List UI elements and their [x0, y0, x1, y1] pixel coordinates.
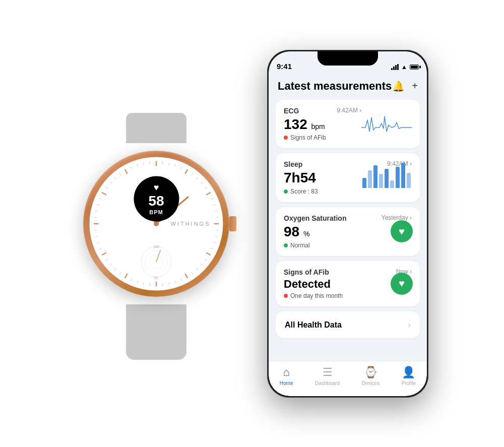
svg-line-27: [175, 280, 176, 283]
sleep-card[interactable]: Sleep 9:42AM › 7h54 Score : 83: [276, 153, 420, 202]
svg-line-34: [131, 278, 132, 281]
svg-line-54: [119, 173, 121, 175]
svg-line-23: [196, 268, 198, 270]
svg-line-57: [137, 164, 138, 167]
devices-nav-label: Devices: [362, 380, 380, 386]
svg-line-13: [215, 211, 218, 211]
ecg-label: ECG: [284, 107, 299, 115]
sleep-bar-9: [407, 173, 411, 188]
watch-band-top: [126, 113, 186, 143]
all-health-label: All Health Data: [285, 321, 342, 330]
spo2-card[interactable]: Oxygen Saturation Yesterday › 98 % Norma…: [276, 207, 420, 256]
sleep-bar-6: [390, 180, 394, 188]
svg-line-11: [211, 198, 213, 199]
profile-nav-label: Profile: [402, 380, 416, 386]
svg-line-20: [206, 252, 211, 255]
svg-line-53: [114, 177, 116, 179]
phone-notch: [318, 51, 378, 66]
afib-card-body: Signs of AFib Now › Detected One day thi…: [284, 268, 412, 299]
add-icon[interactable]: +: [412, 80, 418, 92]
svg-line-33: [137, 280, 138, 283]
svg-text:50: 50: [154, 276, 158, 279]
ecg-card[interactable]: ECG 9:42AM › 132 bpm Signs of AFib: [276, 100, 420, 149]
bell-icon[interactable]: 🔔: [392, 80, 405, 92]
watch-face: 100 50 ♥ 58 BPM: [90, 157, 223, 290]
sleep-bar-4: [379, 174, 383, 188]
svg-line-2: [169, 162, 169, 165]
spo2-status-dot: [284, 243, 288, 247]
ecg-status-dot: [284, 136, 288, 140]
svg-line-29: [162, 283, 163, 286]
nav-dashboard[interactable]: ☰ Dashboard: [315, 366, 340, 386]
screen-content: 9:41 ▲: [269, 51, 427, 396]
sleep-label: Sleep: [284, 160, 302, 168]
spo2-card-header: Oxygen Saturation Yesterday ›: [284, 214, 412, 222]
svg-line-41: [99, 248, 101, 249]
nav-home[interactable]: ⌂ Home: [280, 366, 293, 386]
afib-status-dot: [284, 294, 288, 298]
ecg-value: 132 bpm: [284, 117, 361, 133]
svg-line-36: [119, 272, 121, 274]
bottom-nav[interactable]: ⌂ Home ☰ Dashboard ⌚ Devices 👤: [269, 361, 427, 396]
sleep-card-body: Sleep 9:42AM › 7h54 Score : 83: [284, 160, 412, 195]
heart-icon: ♥: [154, 182, 159, 193]
dashboard-nav-icon: ☰: [323, 366, 333, 379]
spo2-heart-icon: ♥: [399, 226, 405, 237]
svg-line-21: [205, 259, 207, 261]
svg-line-4: [180, 166, 181, 169]
svg-line-18: [213, 242, 216, 243]
spo2-status-text: Normal: [290, 242, 310, 249]
devices-nav-icon: ⌚: [364, 366, 377, 379]
ecg-status-text: Signs of AFib: [290, 134, 326, 141]
home-nav-label: Home: [280, 380, 293, 386]
svg-line-55: [125, 169, 128, 174]
afib-card[interactable]: Signs of AFib Now › Detected One day thi…: [276, 261, 420, 306]
svg-line-40: [102, 252, 106, 255]
app-content: Latest measurements 🔔 +: [269, 74, 427, 396]
svg-line-6: [192, 173, 194, 175]
svg-line-12: [213, 204, 216, 205]
phone-outer: 9:41 ▲: [267, 50, 428, 398]
svg-line-16: [216, 230, 219, 230]
svg-line-32: [143, 282, 144, 285]
svg-line-19: [211, 248, 213, 249]
sleep-chart: [362, 160, 413, 188]
ecg-status: Signs of AFib: [284, 134, 361, 141]
svg-line-10: [206, 192, 211, 195]
ecg-card-left: ECG 9:42AM › 132 bpm Signs of AFib: [284, 107, 361, 142]
svg-line-46: [94, 217, 97, 217]
oled-display: ♥ 58 BPM: [134, 176, 179, 221]
all-health-row[interactable]: All Health Data ›: [276, 311, 420, 338]
sleep-bar-1: [362, 178, 366, 188]
svg-line-1: [162, 161, 163, 164]
afib-heart-circle: ♥: [391, 273, 413, 295]
nav-profile[interactable]: 👤 Profile: [402, 366, 416, 386]
svg-line-51: [105, 186, 108, 188]
home-nav-icon: ⌂: [283, 366, 289, 379]
ecg-card-header: ECG 9:42AM ›: [284, 107, 361, 115]
svg-line-59: [150, 161, 150, 164]
wifi-icon: ▲: [401, 63, 407, 71]
watch-body: 100 50 ♥ 58 BPM: [76, 128, 237, 320]
signal-bars-icon: [391, 64, 399, 70]
bpm-label: BPM: [149, 209, 163, 215]
afib-label: Signs of AFib: [284, 268, 329, 276]
svg-point-68: [154, 221, 159, 226]
profile-nav-icon: 👤: [402, 366, 415, 379]
svg-line-49: [99, 198, 101, 199]
watch-container: 100 50 ♥ 58 BPM: [76, 128, 237, 320]
svg-line-44: [94, 230, 97, 230]
svg-line-43: [95, 236, 98, 236]
svg-line-39: [105, 259, 108, 261]
phone-container: 9:41 ▲: [267, 50, 428, 398]
svg-line-58: [143, 162, 144, 165]
header-icons[interactable]: 🔔 +: [392, 80, 418, 92]
bpm-value: 58: [148, 194, 164, 208]
ecg-chart-container: [361, 107, 412, 142]
svg-line-7: [196, 177, 198, 179]
phone-inner: 9:41 ▲: [269, 51, 427, 396]
nav-devices[interactable]: ⌚ Devices: [362, 366, 380, 386]
cards-list: ECG 9:42AM › 132 bpm Signs of AFib: [269, 97, 427, 342]
sleep-status-dot: [284, 189, 288, 194]
spo2-status: Normal: [284, 242, 412, 249]
